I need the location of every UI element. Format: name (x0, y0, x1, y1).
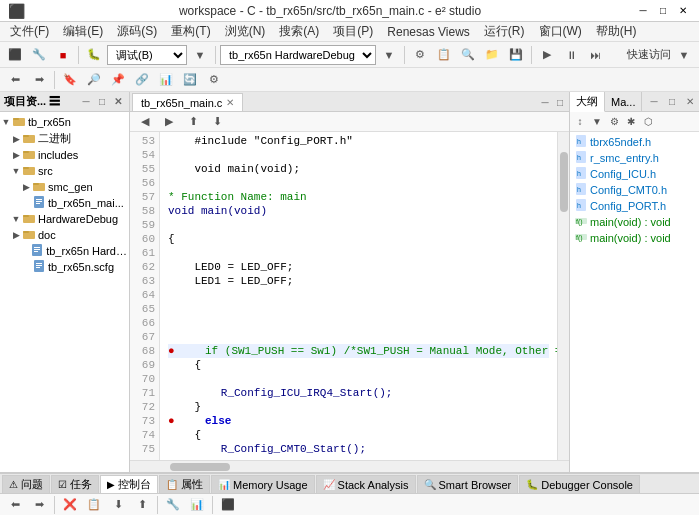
tb2-btn-5[interactable]: 📌 (107, 69, 129, 91)
editor-tab-close-icon[interactable]: ✕ (226, 97, 234, 108)
tree-item-bin[interactable]: ▶二进制 (0, 130, 129, 147)
bottom-tb-btn-4[interactable]: 📋 (83, 494, 105, 516)
code-line[interactable]: LED1 = LED_OFF; (168, 274, 549, 288)
outline-maximize-btn[interactable]: □ (665, 94, 679, 108)
toolbar-btn-4[interactable]: ⚙ (409, 44, 431, 66)
bottom-tb-btn-2[interactable]: ➡ (28, 494, 50, 516)
tb2-btn-8[interactable]: 🔄 (179, 69, 201, 91)
tree-item-scfg[interactable]: tb_rx65n.scfg (0, 259, 129, 275)
outline-item[interactable]: hr_smc_entry.h (570, 150, 699, 166)
code-area[interactable]: #include "Config_PORT.h" void main(void)… (160, 132, 557, 460)
outline-btn-3[interactable]: ⚙ (606, 114, 622, 130)
toolbar-btn-1[interactable]: ⬛ (4, 44, 26, 66)
toolbar-btn-down[interactable]: ▼ (189, 44, 211, 66)
outline-minimize-btn[interactable]: ─ (647, 94, 661, 108)
menu-item-F[interactable]: 文件(F) (4, 21, 55, 42)
code-line[interactable]: ● else (168, 414, 549, 428)
tree-item-doc[interactable]: ▶doc (0, 227, 129, 243)
toolbar-btn-5[interactable]: 📋 (433, 44, 455, 66)
code-line[interactable] (168, 330, 549, 344)
editor-scrollbar[interactable] (557, 132, 569, 460)
code-line[interactable] (168, 176, 549, 190)
panel-close-btn[interactable]: ✕ (111, 95, 125, 109)
bottom-tb-btn-8[interactable]: 📊 (186, 494, 208, 516)
tree-item-includes[interactable]: ▶includes (0, 147, 129, 163)
editor-toolbar-btn-1[interactable]: ◀ (134, 111, 156, 133)
code-line[interactable]: { (168, 358, 549, 372)
outline-item[interactable]: hConfig_PORT.h (570, 198, 699, 214)
code-line[interactable] (168, 148, 549, 162)
toolbar-btn-stop[interactable]: ■ (52, 44, 74, 66)
bottom-tb-btn-1[interactable]: ⬅ (4, 494, 26, 516)
bottom-tab-控制台[interactable]: ▶控制台 (100, 475, 158, 493)
quickaccess-btn[interactable]: ▼ (673, 44, 695, 66)
outline-tab-outline[interactable]: 大纲 (570, 92, 605, 112)
menu-item-R[interactable]: 运行(R) (478, 21, 531, 42)
tree-item-main_file[interactable]: tb_rx65n_mai... (0, 195, 129, 211)
bottom-tb-btn-5[interactable]: ⬇ (107, 494, 129, 516)
tb2-btn-3[interactable]: 🔖 (59, 69, 81, 91)
toolbar-debug-icon[interactable]: 🐛 (83, 44, 105, 66)
menu-item-H[interactable]: 帮助(H) (590, 21, 643, 42)
editor-scrollbar-thumb[interactable] (560, 152, 568, 212)
tree-item-root[interactable]: ▼tb_rx65n (0, 114, 129, 130)
menu-item-T[interactable]: 重构(T) (165, 21, 216, 42)
toolbar-btn-10[interactable]: ⏸ (560, 44, 582, 66)
code-line[interactable]: ● if (SW1_PUSH == Sw1) /*SW1_PUSH = Manu… (168, 344, 549, 358)
outline-close-btn[interactable]: ✕ (683, 94, 697, 108)
menu-item-A[interactable]: 搜索(A) (273, 21, 325, 42)
editor-toolbar-btn-4[interactable]: ⬇ (206, 111, 228, 133)
outline-btn-1[interactable]: ↕ (572, 114, 588, 130)
code-line[interactable]: void main(void); (168, 162, 549, 176)
toolbar-btn-6[interactable]: 🔍 (457, 44, 479, 66)
bottom-tb-btn-3[interactable]: ❌ (59, 494, 81, 516)
minimize-button[interactable]: ─ (635, 3, 651, 19)
debug-dropdown[interactable]: 调试(B) (107, 45, 187, 65)
outline-btn-4[interactable]: ✱ (623, 114, 639, 130)
menu-item-E[interactable]: 编辑(E) (57, 21, 109, 42)
tb2-btn-6[interactable]: 🔗 (131, 69, 153, 91)
tree-item-src[interactable]: ▼src (0, 163, 129, 179)
menu-item-W[interactable]: 窗口(W) (533, 21, 588, 42)
code-line[interactable] (168, 288, 549, 302)
tb2-btn-9[interactable]: ⚙ (203, 69, 225, 91)
panel-minimize-btn[interactable]: ─ (79, 95, 93, 109)
code-line[interactable]: #include "Config_PORT.h" (168, 134, 549, 148)
editor-horizontal-scrollbar[interactable] (130, 460, 569, 472)
code-line[interactable] (168, 372, 549, 386)
editor-tab-main[interactable]: tb_rx65n_main.c ✕ (132, 93, 243, 111)
bottom-tab-memory-usage[interactable]: 📊Memory Usage (211, 475, 315, 493)
code-line[interactable]: } (168, 400, 549, 414)
outline-item[interactable]: htbrx65ndef.h (570, 134, 699, 150)
bottom-tb-btn-9[interactable]: ⬛ (217, 494, 239, 516)
outline-btn-2[interactable]: ▼ (589, 114, 605, 130)
bottom-tab-smart-browser[interactable]: 🔍Smart Browser (417, 475, 519, 493)
outline-item[interactable]: f()main(void) : void (570, 214, 699, 230)
toolbar-btn-11[interactable]: ⏭ (584, 44, 606, 66)
close-button[interactable]: ✕ (675, 3, 691, 19)
tb2-btn-4[interactable]: 🔎 (83, 69, 105, 91)
tree-item-smc_gen[interactable]: ▶smc_gen (0, 179, 129, 195)
tree-item-hardware_file[interactable]: tb_rx65n Hardw... (0, 243, 129, 259)
bottom-tab-问题[interactable]: ⚠问题 (2, 475, 50, 493)
editor-tabs-maximize[interactable]: □ (553, 95, 567, 109)
toolbar-btn-8[interactable]: 💾 (505, 44, 527, 66)
editor-hscrollbar-thumb[interactable] (170, 463, 230, 471)
toolbar-btn-9[interactable]: ▶ (536, 44, 558, 66)
bottom-tab-属性[interactable]: 📋属性 (159, 475, 210, 493)
code-line[interactable]: R_Config_ICU_IRQ4_Start(); (168, 386, 549, 400)
menu-item-RenesasViews[interactable]: Renesas Views (381, 23, 476, 41)
tb2-btn-2[interactable]: ➡ (28, 69, 50, 91)
editor-toolbar-btn-3[interactable]: ⬆ (182, 111, 204, 133)
code-line[interactable]: { (168, 232, 549, 246)
code-line[interactable]: { (168, 428, 549, 442)
tb2-btn-1[interactable]: ⬅ (4, 69, 26, 91)
code-line[interactable]: R_Config_CMT0_Start(); (168, 442, 549, 456)
outline-item[interactable]: hConfig_ICU.h (570, 166, 699, 182)
tree-item-hardwaredebug[interactable]: ▼HardwareDebug (0, 211, 129, 227)
bottom-tab-stack-analysis[interactable]: 📈Stack Analysis (316, 475, 416, 493)
menu-item-S[interactable]: 源码(S) (111, 21, 163, 42)
editor-tabs-minimize[interactable]: ─ (538, 95, 552, 109)
bottom-tb-btn-7[interactable]: 🔧 (162, 494, 184, 516)
toolbar-btn-2[interactable]: 🔧 (28, 44, 50, 66)
